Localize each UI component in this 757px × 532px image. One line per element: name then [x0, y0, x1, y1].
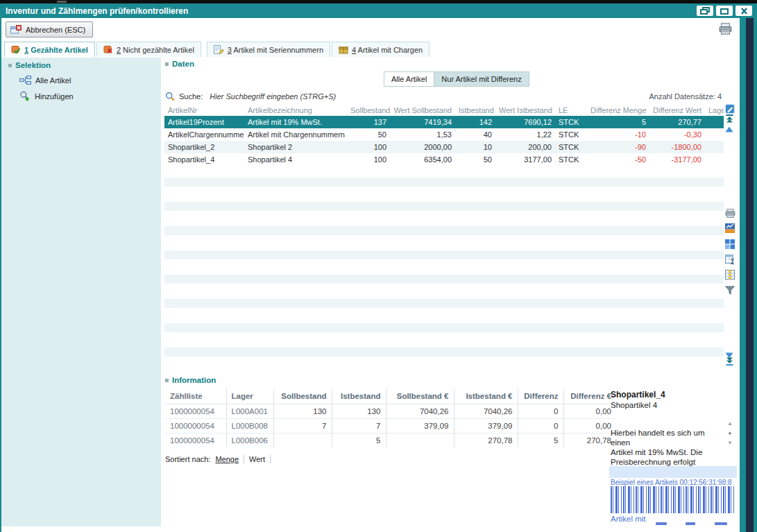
tab-nicht-gezaehlte-artikel[interactable]: 2 Nicht gezählte Artikel	[96, 42, 201, 57]
column-header[interactable]: Sollbestand	[273, 389, 332, 404]
cell[interactable]: 2000,00	[390, 141, 455, 153]
description-scrollbar[interactable]: ▲ ● ▼	[727, 420, 733, 446]
sort-by-wert-link[interactable]: Wert	[249, 455, 265, 463]
table-row[interactable]: 1000000054L000A0011301307040,267040,2600…	[165, 404, 616, 418]
cell[interactable]	[705, 153, 724, 166]
tab-gezaehlte-artikel[interactable]: 1 Gezählte Artikel	[4, 42, 95, 57]
column-header[interactable]: Lager	[705, 104, 724, 116]
cell[interactable]: Shopartikel 4	[244, 153, 347, 166]
cell[interactable]	[386, 433, 454, 447]
cell[interactable]: 0,00	[563, 404, 616, 418]
cell[interactable]: -10	[587, 128, 649, 141]
cell[interactable]: Shopartikel 2	[244, 141, 347, 153]
cell[interactable]: 6354,00	[390, 153, 455, 166]
column-header[interactable]: LE	[555, 104, 587, 116]
cell[interactable]: 0	[518, 404, 563, 418]
sort-by-menge-link[interactable]: Menge	[215, 455, 239, 463]
cell[interactable]: ArtikelChargennummer	[164, 128, 244, 141]
column-header[interactable]: Istbestand	[455, 104, 495, 116]
table-row[interactable]: Shopartikel_4Shopartikel 41006354,005031…	[164, 153, 724, 166]
column-header[interactable]: Zählliste	[165, 389, 226, 404]
cell[interactable]: STCK	[555, 116, 587, 128]
table-row[interactable]: ArtikelChargennummerArtikel mit Chargenn…	[164, 128, 724, 141]
sidebar-item-hinzufuegen[interactable]: Hinzufügen	[19, 91, 161, 101]
scroll-up-button[interactable]	[725, 123, 733, 135]
cell[interactable]: -1800,00	[649, 141, 705, 153]
cell[interactable]: 50	[455, 153, 495, 166]
table-sum-button[interactable]: Σ	[725, 255, 735, 267]
cell[interactable]: 5	[518, 433, 563, 447]
cell[interactable]: 50	[347, 128, 390, 141]
cell[interactable]: 142	[455, 116, 495, 128]
cell[interactable]: 5	[587, 116, 649, 128]
grid-view-button[interactable]	[725, 239, 735, 252]
cell[interactable]: STCK	[555, 141, 587, 153]
cell[interactable]: 379,09	[454, 418, 518, 433]
close-button[interactable]	[735, 6, 752, 16]
cell[interactable]: 7040,26	[454, 404, 518, 418]
print-grid-button[interactable]	[725, 208, 735, 221]
cell[interactable]: 1,53	[390, 128, 455, 141]
cell[interactable]: 270,77	[649, 116, 705, 128]
cell[interactable]: -3177,00	[649, 153, 705, 166]
cell[interactable]: 7	[332, 418, 386, 433]
search-input[interactable]: Hier Suchbegriff eingeben (STRG+S)	[210, 92, 336, 101]
cell[interactable]: 270,78	[563, 433, 616, 447]
column-header[interactable]: Istbestand €	[454, 389, 518, 404]
cell[interactable]	[705, 141, 724, 153]
cancel-button[interactable]: Abbrechen (ESC)	[6, 22, 93, 37]
column-header[interactable]: Sollbestand €	[386, 389, 454, 404]
cell[interactable]: Shopartikel_4	[164, 153, 244, 166]
search-bar[interactable]: Suche: Hier Suchbegriff eingeben (STRG+S…	[165, 90, 724, 103]
cell[interactable]	[705, 128, 724, 141]
cell[interactable]: 130	[273, 404, 332, 418]
table-row[interactable]: Shopartikel_2Shopartikel 21002000,001020…	[164, 141, 724, 153]
minimize-button[interactable]	[716, 6, 733, 16]
cell[interactable]: Artikel19Prozent	[164, 116, 244, 128]
cell[interactable]: 7	[273, 418, 332, 433]
column-header[interactable]: Differenz €	[563, 389, 616, 404]
cell[interactable]: 1000000054	[165, 433, 226, 447]
table-row[interactable]: 1000000054L000B0065270,785270,78	[165, 433, 616, 447]
filter-button[interactable]	[725, 285, 735, 298]
scroll-thumb[interactable]: ●	[729, 430, 732, 436]
tab-artikel-mit-seriennummern[interactable]: 3 Artikel mit Seriennummern	[207, 42, 330, 57]
sidebar-item-alle-artikel[interactable]: Alle Artikel	[19, 76, 161, 85]
cell[interactable]: 7419,34	[390, 116, 455, 128]
cell[interactable]: -50	[587, 153, 649, 166]
cell[interactable]: L000B006	[226, 433, 273, 447]
table-row[interactable]: 1000000054L000B00877379,09379,0900,00	[165, 418, 616, 433]
column-header[interactable]: Artikelbezeichnung	[244, 104, 347, 116]
print-button[interactable]	[719, 23, 732, 37]
scroll-up-icon[interactable]: ▲	[727, 420, 733, 427]
column-header[interactable]: Sollbestand	[347, 104, 390, 116]
cell[interactable]: Shopartikel_2	[164, 141, 244, 153]
cell[interactable]: 1000000054	[165, 418, 226, 433]
segment-alle-artikel[interactable]: Alle Artikel	[384, 71, 434, 87]
table-row[interactable]: Artikel19ProzentArtikel mit 19% MwSt.137…	[164, 116, 724, 128]
cell[interactable]: 100	[347, 153, 390, 166]
restore-button[interactable]	[697, 6, 713, 16]
cell[interactable]: 270,78	[454, 433, 518, 447]
column-header[interactable]: Differenz	[518, 389, 563, 404]
column-header[interactable]: Differenz Wert	[649, 104, 705, 116]
cell[interactable]: 1000000054	[165, 404, 226, 418]
column-header[interactable]: Istbestand	[332, 389, 386, 404]
cell[interactable]: 40	[455, 128, 495, 141]
cell[interactable]: 130	[332, 404, 386, 418]
cell[interactable]: 0,00	[563, 418, 616, 433]
cell[interactable]	[705, 116, 724, 128]
highlighted-field[interactable]	[609, 466, 737, 478]
cell[interactable]: 5	[332, 433, 386, 447]
column-header[interactable]: Lager	[226, 389, 273, 404]
column-header[interactable]: ArtikelNr	[164, 104, 244, 116]
cell[interactable]: 100	[347, 141, 390, 153]
cell[interactable]: L000B008	[226, 418, 273, 433]
export-chart-button[interactable]	[725, 223, 735, 236]
cell[interactable]: 7690,12	[495, 116, 555, 128]
table-column-button[interactable]	[725, 270, 735, 282]
cell[interactable]: STCK	[555, 128, 587, 141]
column-header[interactable]: Wert Sollbestand	[390, 104, 455, 116]
cell[interactable]: STCK	[555, 153, 587, 166]
cell[interactable]: 10	[455, 141, 495, 153]
